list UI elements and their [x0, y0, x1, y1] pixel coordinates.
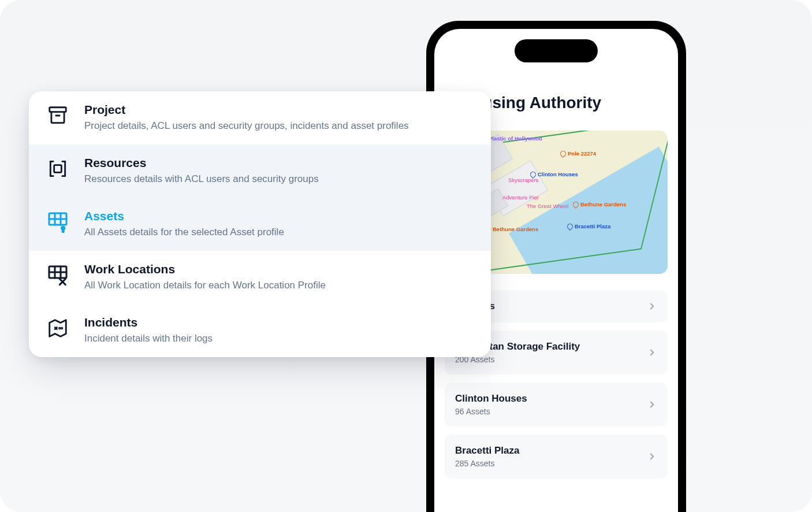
sidebar-item-title: Work Locations: [84, 262, 326, 276]
sidebar-item-resources[interactable]: Resources Resources details with ACL use…: [29, 144, 491, 198]
phone-notch: [515, 39, 598, 62]
asset-card-subtitle: 285 Assets: [455, 459, 520, 468]
asset-grid-pin-icon: [45, 209, 70, 235]
map-incident-icon: [45, 316, 70, 341]
svg-rect-2: [54, 165, 62, 173]
map-label-poi: Adventure Pier: [502, 194, 539, 201]
sidebar-item-desc: All Work Location details for each Work …: [84, 280, 326, 291]
map-label-poi: The Great Wheel: [527, 203, 568, 209]
sidebar-item-desc: Project details, ACL users and security …: [84, 120, 409, 132]
asset-card-title: Clinton Houses: [455, 393, 527, 405]
sidebar-item-assets[interactable]: Assets All Assets details for the select…: [29, 198, 491, 251]
sidebar-item-title: Resources: [84, 156, 319, 170]
svg-marker-12: [50, 320, 66, 337]
chevron-right-icon: [647, 347, 657, 358]
sidebar-item-title: Incidents: [84, 316, 213, 329]
chevron-right-icon: [647, 451, 657, 462]
svg-point-16: [61, 328, 62, 329]
map-label-pole[interactable]: Pole 22274: [560, 150, 596, 157]
sidebar-item-project[interactable]: Project Project details, ACL users and s…: [29, 91, 491, 144]
sidebar-item-title: Assets: [84, 209, 284, 223]
map-label-poi: Skyscrapers: [508, 177, 538, 183]
svg-rect-0: [50, 107, 66, 112]
resources-icon: [45, 156, 70, 181]
asset-card-title: Bracetti Plaza: [455, 445, 520, 457]
grid-tools-icon: [45, 262, 70, 288]
svg-point-15: [59, 328, 60, 329]
sidebar-item-desc: All Assets details for the selected Asse…: [84, 227, 284, 238]
chevron-right-icon: [647, 301, 657, 311]
map-label-bethune-gardens[interactable]: Bethune Gardens: [573, 201, 626, 207]
asset-card[interactable]: Clinton Houses 96 Assets: [445, 383, 668, 426]
asset-card[interactable]: Bracetti Plaza 285 Assets: [445, 435, 668, 478]
map-label-bethune-gardens[interactable]: Bethune Gardens: [485, 226, 538, 232]
report-type-menu: Project Project details, ACL users and s…: [29, 91, 491, 357]
sidebar-item-desc: Resources details with ACL users and sec…: [84, 173, 319, 185]
sidebar-item-work-locations[interactable]: Work Locations All Work Location details…: [29, 251, 491, 304]
asset-card-subtitle: 96 Assets: [455, 407, 527, 416]
map-label-bracetti-plaza[interactable]: Bracetti Plaza: [567, 223, 610, 229]
showcase-stage: C Housing Authority hattan AA Plastic of…: [0, 0, 812, 512]
archive-icon: [45, 103, 70, 128]
chevron-right-icon: [647, 399, 657, 410]
sidebar-item-incidents[interactable]: Incidents Incident details with their lo…: [29, 304, 491, 357]
sidebar-item-title: Project: [84, 103, 409, 117]
sidebar-item-desc: Incident details with their logs: [84, 333, 213, 344]
